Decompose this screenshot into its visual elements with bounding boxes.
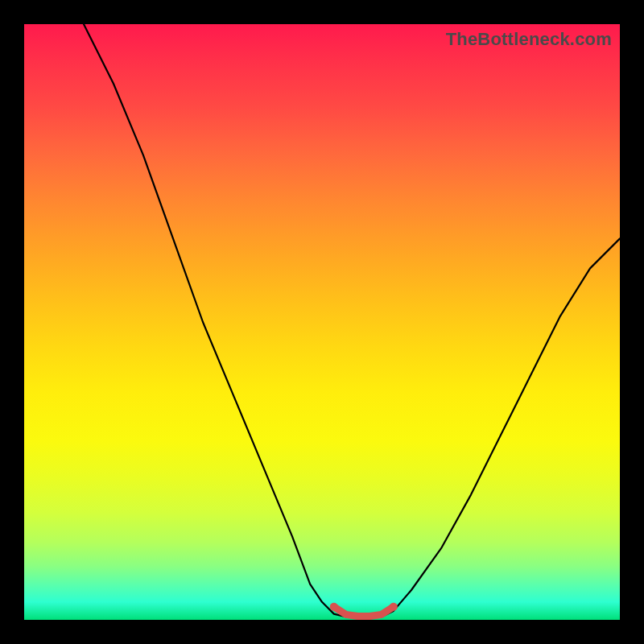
bottleneck-chart <box>24 24 620 620</box>
chart-frame: TheBottleneck.com <box>0 0 644 644</box>
plot-area: TheBottleneck.com <box>24 24 620 620</box>
series-optimal-zone-endpoint <box>390 603 398 611</box>
series-optimal-zone <box>334 607 394 617</box>
series-optimal-zone-endpoint <box>330 603 338 611</box>
series-bottleneck-curve <box>84 24 620 617</box>
